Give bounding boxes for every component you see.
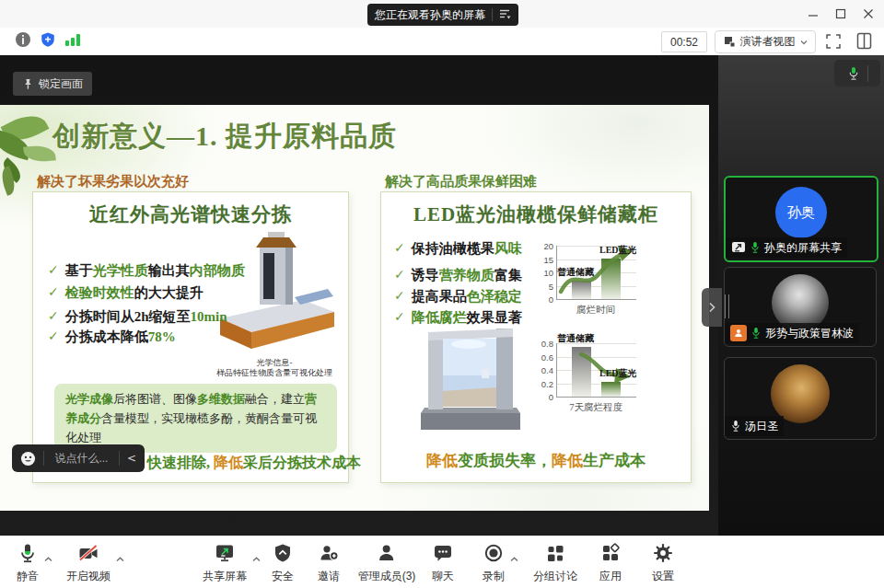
text-run: 融合，建立 bbox=[245, 392, 305, 406]
toolbar-person-button[interactable]: 管理成员(3) bbox=[358, 542, 416, 584]
gear-icon bbox=[652, 542, 674, 568]
maximize-button[interactable] bbox=[834, 7, 847, 20]
toolbar-chat-button[interactable]: 聊天 bbox=[432, 542, 454, 584]
bar-label: 普通储藏 bbox=[557, 332, 594, 345]
toolbar-item-label: 安全 bbox=[272, 569, 294, 584]
right-card-led-storage: LED蓝光油橄榄保鲜储藏柜 20151050普通储藏LED蓝光腐烂时间 0.80… bbox=[380, 191, 692, 483]
participant-name: 汤日圣 bbox=[745, 419, 778, 434]
checkmark-icon: ✓ bbox=[48, 262, 59, 280]
toolbar-record-button[interactable]: 录制 bbox=[483, 542, 505, 584]
toolbar-screen-share-button[interactable]: 共享屏幕 bbox=[203, 542, 247, 584]
toolbar-camera-off-button[interactable]: 开启视频 bbox=[66, 542, 110, 584]
toolbar-shield-button[interactable]: 安全 bbox=[272, 542, 294, 584]
watching-banner-text: 您正在观看孙奥的屏幕 bbox=[375, 7, 485, 23]
text-run: 降低 bbox=[214, 455, 243, 470]
checkmark-icon: ✓ bbox=[48, 284, 59, 302]
participant-label: 形势与政策冒林波 bbox=[725, 323, 859, 343]
lock-view-button[interactable]: 锁定画面 bbox=[13, 72, 92, 96]
meeting-toolbar: 静音开启视频共享屏幕安全邀请管理成员(3)聊天录制分组讨论应用设置结束会议 bbox=[0, 536, 884, 588]
window-titlebar: 您正在观看孙奥的屏幕 bbox=[0, 0, 884, 29]
member-badge-icon bbox=[730, 325, 747, 341]
bullet-item: ✓检验时效性的大大提升 bbox=[48, 284, 204, 302]
sidebar-collapse-handle[interactable] bbox=[702, 288, 722, 327]
video-tile-1[interactable]: 孙奥孙奥的屏幕共享 bbox=[724, 176, 878, 262]
toolbar-apps-button[interactable]: 应用 bbox=[599, 542, 622, 584]
lock-view-label: 锁定画面 bbox=[39, 76, 83, 92]
microphone-icon bbox=[17, 542, 39, 568]
network-signal-icon[interactable] bbox=[64, 32, 81, 51]
participant-label: 汤日圣 bbox=[725, 416, 784, 436]
y-tick-label: 0.8 bbox=[541, 339, 553, 349]
text-run: 色泽稳定 bbox=[467, 289, 522, 304]
left-conclusion-line: 快速排除, 降低采后分拣技术成本 bbox=[147, 454, 361, 473]
y-tick-label: 0 bbox=[549, 392, 553, 402]
text-run: 的大大提升 bbox=[134, 285, 204, 300]
view-mode-selector[interactable]: 演讲者视图 bbox=[715, 30, 816, 53]
left-section-heading: 解决了坏果劣果以次充好 bbox=[37, 173, 189, 190]
chart-plot-area: 普通储藏LED蓝光 bbox=[556, 246, 636, 300]
chat-collapse-arrow[interactable]: < bbox=[127, 452, 136, 465]
quick-chat-bar[interactable]: 说点什么... < bbox=[12, 444, 145, 472]
participant-label: 孙奥的屏幕共享 bbox=[726, 237, 847, 258]
meeting-info-icon[interactable] bbox=[15, 31, 31, 52]
divider bbox=[492, 8, 493, 21]
y-tick-label: 5 bbox=[549, 281, 553, 291]
microphone-icon bbox=[750, 241, 761, 254]
optical-imaging-note: 光学成像后将图谱、图像多维数据融合，建立营养成分含量模型，实现橄榄多酚，黄酮含量… bbox=[54, 384, 337, 453]
toolbar-person-add-button[interactable]: 邀请 bbox=[318, 542, 340, 584]
video-tile-3[interactable]: 汤日圣 bbox=[724, 357, 877, 440]
view-mode-label: 演讲者视图 bbox=[740, 34, 796, 50]
y-tick-label: 20 bbox=[543, 241, 553, 251]
sidebar-grip[interactable] bbox=[725, 294, 726, 318]
text-run: 10min bbox=[191, 309, 227, 324]
person-icon bbox=[376, 542, 398, 568]
close-button[interactable] bbox=[862, 7, 875, 20]
chevron-up-icon bbox=[115, 556, 125, 563]
microphone-icon bbox=[730, 420, 741, 432]
text-run: 光学成像 bbox=[65, 392, 113, 406]
machine-caption: 光学信息- 样品特征性物质含量可视化处理 bbox=[204, 358, 344, 378]
fullscreen-button[interactable] bbox=[825, 33, 842, 53]
meeting-timer: 00:52 bbox=[661, 31, 707, 52]
security-shield-icon[interactable] bbox=[40, 31, 56, 52]
toolbar-microphone-button[interactable]: 静音 bbox=[17, 542, 39, 584]
minimize-button[interactable] bbox=[807, 7, 820, 20]
microphone-icon bbox=[750, 327, 762, 340]
toolbar-item-label: 分组讨论 bbox=[533, 569, 577, 584]
screen-share-icon bbox=[214, 542, 236, 568]
checkmark-icon: ✓ bbox=[394, 288, 405, 306]
emoji-icon[interactable] bbox=[20, 451, 36, 467]
leaf-decoration bbox=[23, 144, 56, 163]
avatar: 孙奥 bbox=[775, 187, 827, 238]
video-tile-2[interactable]: 形势与政策冒林波 bbox=[724, 267, 877, 347]
toolbar-item-label: 开启视频 bbox=[66, 569, 110, 584]
bullet-item: ✓保持油橄榄果风味 bbox=[394, 240, 522, 258]
toolbar-item-expand-chevron[interactable] bbox=[251, 550, 262, 567]
text-run: 富集 bbox=[494, 268, 522, 282]
chevron-down-icon bbox=[800, 40, 808, 45]
record-icon bbox=[483, 542, 505, 568]
text-run: 后将图谱、图像 bbox=[113, 392, 197, 406]
camera-off-icon bbox=[77, 542, 99, 568]
meeting-content: 锁定画面 创新意义—1. 提升原料品质 解决了坏果劣果以次充好 解决了高品质果保… bbox=[0, 55, 884, 536]
checkmark-icon: ✓ bbox=[394, 240, 405, 258]
right-section-heading: 解决了高品质果保鲜困难 bbox=[385, 173, 537, 190]
toolbar-item-expand-chevron[interactable] bbox=[509, 550, 519, 567]
chart-x-label: 7天腐烂程度 bbox=[556, 401, 635, 414]
toolbar-gear-button[interactable]: 设置 bbox=[652, 542, 674, 584]
toolbar-item-expand-chevron[interactable] bbox=[43, 550, 53, 567]
checkmark-icon: ✓ bbox=[48, 308, 59, 326]
sidebar-mic-button[interactable] bbox=[834, 60, 880, 86]
toolbar-breakout-button[interactable]: 分组讨论 bbox=[533, 542, 577, 584]
chevron-up-icon bbox=[509, 556, 519, 563]
chat-input-placeholder[interactable]: 说点什么... bbox=[52, 451, 111, 467]
participant-name: 形势与政策冒林波 bbox=[765, 326, 854, 341]
toolbar-item-expand-chevron[interactable] bbox=[115, 550, 125, 567]
checkmark-icon: ✓ bbox=[394, 267, 405, 284]
sidebar-grip[interactable] bbox=[728, 294, 729, 318]
side-panel-toggle[interactable] bbox=[856, 32, 872, 53]
right-card-title: LED蓝光油橄榄保鲜储藏柜 bbox=[381, 202, 691, 227]
watching-banner[interactable]: 您正在观看孙奥的屏幕 bbox=[367, 4, 518, 26]
banner-menu-icon[interactable] bbox=[499, 8, 511, 22]
toolbar-item-label: 邀请 bbox=[318, 569, 340, 584]
